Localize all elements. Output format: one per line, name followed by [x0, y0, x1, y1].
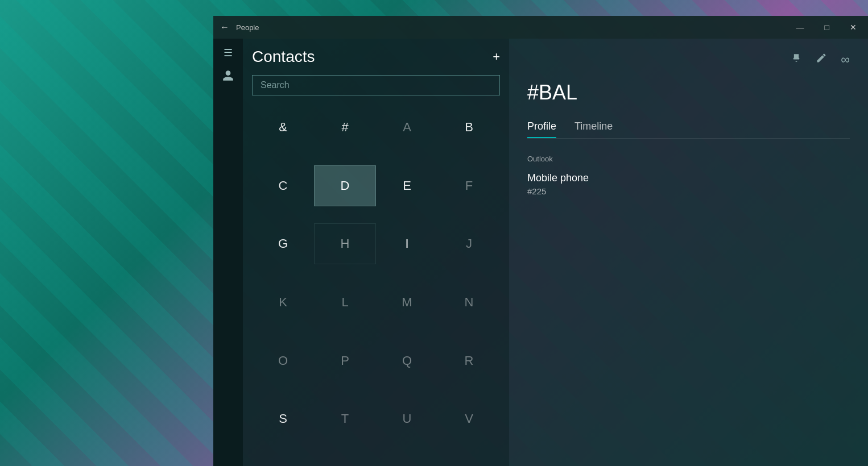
letter-cell-l[interactable]: L: [314, 282, 376, 323]
more-icon[interactable]: ∞: [841, 52, 850, 67]
letter-cell-e[interactable]: E: [376, 165, 438, 206]
letter-cell-c[interactable]: C: [252, 165, 314, 206]
letter-cell-m[interactable]: M: [376, 282, 438, 323]
back-button[interactable]: ←: [220, 22, 229, 32]
letter-cell-k[interactable]: K: [252, 282, 314, 323]
letter-cell-h[interactable]: H: [314, 223, 376, 264]
edit-icon[interactable]: [816, 52, 827, 67]
contacts-panel: Contacts + &#ABCDEFGHIJKLMNOPQRSTUV: [243, 39, 509, 466]
letter-cell-t[interactable]: T: [314, 398, 376, 439]
contacts-title: Contacts: [252, 48, 315, 66]
letter-cell-u[interactable]: U: [376, 398, 438, 439]
minimize-button[interactable]: —: [792, 22, 809, 33]
hamburger-icon[interactable]: ☰: [224, 48, 233, 58]
letter-cell-r[interactable]: R: [438, 340, 500, 381]
contacts-header: Contacts +: [252, 48, 500, 66]
profile-section: Outlook Mobile phone #225: [527, 155, 850, 196]
field-value-mobile: #225: [527, 186, 850, 196]
letter-cell-a[interactable]: A: [376, 107, 438, 148]
right-panel: ∞ #BAL Profile Timeline Outlook Mobile p…: [509, 39, 868, 466]
app-title: People: [236, 23, 259, 32]
letter-cell-n[interactable]: N: [438, 282, 500, 323]
letter-cell-i[interactable]: I: [376, 223, 438, 264]
tab-bar: Profile Timeline: [527, 116, 850, 139]
letter-cell-o[interactable]: O: [252, 340, 314, 381]
letter-cell-j[interactable]: J: [438, 223, 500, 264]
contact-heading: #BAL: [527, 81, 850, 105]
letter-grid: &#ABCDEFGHIJKLMNOPQRSTUV: [252, 107, 500, 457]
pin-icon[interactable]: [791, 52, 802, 67]
search-input[interactable]: [252, 75, 500, 95]
close-button[interactable]: ✕: [845, 22, 861, 33]
letter-cell-g[interactable]: G: [252, 223, 314, 264]
letter-cell-f[interactable]: F: [438, 165, 500, 206]
person-icon[interactable]: [222, 69, 234, 85]
tab-timeline[interactable]: Timeline: [574, 116, 613, 138]
letter-cell-#[interactable]: #: [314, 107, 376, 148]
tab-profile[interactable]: Profile: [527, 116, 556, 138]
maximize-button[interactable]: □: [820, 22, 834, 33]
letter-cell-&[interactable]: &: [252, 107, 314, 148]
section-label: Outlook: [527, 155, 850, 163]
letter-cell-v[interactable]: V: [438, 398, 500, 439]
letter-cell-q[interactable]: Q: [376, 340, 438, 381]
sidebar-strip: ☰: [213, 39, 243, 466]
letter-cell-s[interactable]: S: [252, 398, 314, 439]
right-toolbar: ∞: [527, 52, 850, 67]
letter-cell-p[interactable]: P: [314, 340, 376, 381]
add-contact-button[interactable]: +: [493, 51, 500, 63]
field-label-mobile: Mobile phone: [527, 172, 850, 184]
title-bar: ← People — □ ✕: [213, 16, 868, 39]
letter-cell-d[interactable]: D: [314, 165, 376, 206]
letter-cell-b[interactable]: B: [438, 107, 500, 148]
